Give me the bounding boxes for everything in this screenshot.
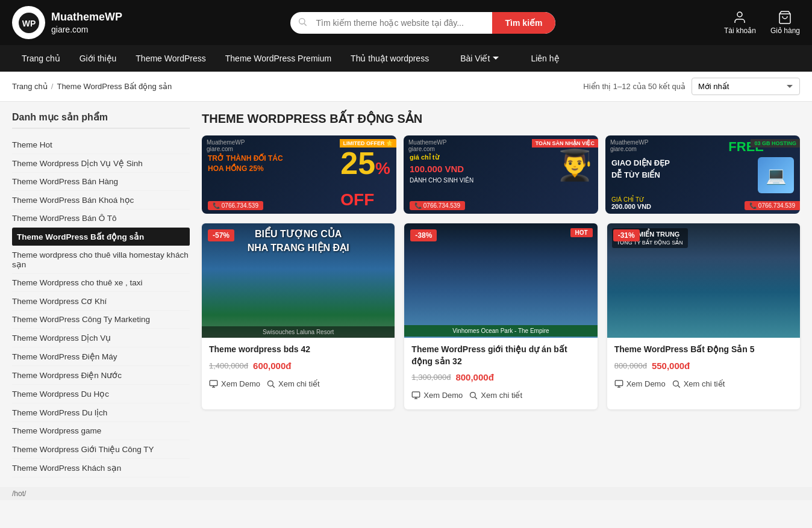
main-nav: Trang chủ Giới thiệu Theme WordPress The… <box>0 45 812 72</box>
svg-point-4 <box>737 12 742 17</box>
svg-line-3 <box>304 23 307 26</box>
detail-button-3[interactable]: Xem chi tiết <box>672 377 725 391</box>
sidebar-link-ban-khoa-hoc[interactable]: Theme WordPress Bán Khoá học <box>12 191 190 210</box>
breadcrumb-home[interactable]: Trang chủ <box>12 82 48 91</box>
page-title: THEME WORDPRESS BẤT ĐỘNG SẢN <box>202 111 800 126</box>
promo-phone-1: 📞 0766.734.539 <box>208 201 263 210</box>
sidebar-link-du-hoc[interactable]: Theme Wordpress Du Học <box>12 385 190 403</box>
promo-banner-2[interactable]: MuathemeWPgiare.com TOÀN SÀN NHẬN VIỆC g… <box>404 135 598 214</box>
logo-icon[interactable]: WP <box>12 6 45 39</box>
promo-banner-3[interactable]: MuathemeWPgiare.com FREE 03 GB HOSTING G… <box>605 135 800 214</box>
svg-point-10 <box>470 393 476 398</box>
sidebar-link-taxi[interactable]: Theme Wordpress cho thuê xe , taxi <box>12 274 190 292</box>
sidebar-link-du-lich[interactable]: Theme WordPress Du lịch <box>12 403 190 422</box>
nav-home[interactable]: Trang chủ <box>12 45 70 72</box>
promo-badge-2: TOÀN SÀN NHẬN VIỆC <box>532 139 598 148</box>
sort-select[interactable]: Mới nhất Giá thấp đến cao Giá cao đến th… <box>692 78 800 95</box>
demo-button-2[interactable]: Xem Demo <box>411 388 463 402</box>
promo-text-1: TRỞ THÀNH ĐỐI TÁCHOA HỒNG 25% <box>208 154 283 174</box>
account-label: Tài khoản <box>724 26 756 35</box>
sidebar-link-gioi-thieu[interactable]: Theme Wordpress Giới Thiệu Công TY <box>12 440 190 459</box>
nav-bai-viet[interactable]: Bài Viết <box>439 45 521 72</box>
nav-about[interactable]: Giới thiệu <box>70 45 126 72</box>
svg-line-8 <box>272 385 274 387</box>
sidebar-item-theme-hot: Theme Hot <box>12 136 190 154</box>
result-count: Hiển thị 1–12 của 50 kết quả <box>583 82 686 91</box>
sidebar-title: Danh mục sản phẩm <box>12 111 190 129</box>
discount-badge-3: -31% <box>613 229 640 241</box>
sidebar-link-co-khi[interactable]: Theme Wordpress Cơ Khí <box>12 292 190 311</box>
promo-banner-1[interactable]: MuathemeWPgiare.com LIMITED OFFER 🌟 TRỞ … <box>202 135 396 214</box>
sidebar-link-ban-hang[interactable]: Theme WordPress Bán Hàng <box>12 173 190 191</box>
product-image-2: Vinhomes Ocean Park - The Empire -38% HO… <box>404 223 597 338</box>
svg-rect-9 <box>413 392 420 397</box>
promo-banners: MuathemeWPgiare.com LIMITED OFFER 🌟 TRỞ … <box>202 135 800 214</box>
sidebar-link-khach-san[interactable]: Theme WordPress Khách sạn <box>12 459 190 477</box>
sidebar-list: Theme Hot Theme Wordpress Dịch Vụ Vệ Sin… <box>12 136 190 477</box>
promo-phone-2: 📞 0766.734.539 <box>410 201 465 210</box>
sidebar-item-ban-hang: Theme WordPress Bán Hàng <box>12 173 190 191</box>
search-input[interactable] <box>307 12 492 34</box>
sidebar-item-ban-khoa-hoc: Theme WordPress Bán Khoá học <box>12 191 190 210</box>
discount-badge-1: -57% <box>208 229 234 241</box>
price-new-1: 600,000đ <box>253 361 291 371</box>
product-card-1: BIỂU TƯỢNG CỦA NHA TRANG HIỆN ĐẠI Swisou… <box>202 223 395 409</box>
price-old-1: 1,400,000đ <box>209 361 248 370</box>
product-image-1: BIỂU TƯỢNG CỦA NHA TRANG HIỆN ĐẠI Swisou… <box>202 223 395 338</box>
product-name-3: Theme WordPress Bất Động Sản 5 <box>614 344 793 356</box>
promo-text-3: GIAO DIỆN ĐẸP DỄ TÙY BIẾN <box>611 157 670 181</box>
promo-price-from: GIÁ CHỈ TỪ <box>611 196 645 203</box>
promo-icon-2: 👨‍🎓 <box>556 148 593 182</box>
product-info-1: Theme wordpress bds 42 1,400,000đ 600,00… <box>202 338 395 398</box>
sidebar-item-dich-vu: Theme Wordpress Dịch Vụ <box>12 329 190 347</box>
sidebar-link-ve-sinh[interactable]: Theme Wordpress Dịch Vụ Vệ Sinh <box>12 154 190 173</box>
sidebar-link-marketing[interactable]: Theme WordPress Công Ty Marketing <box>12 311 190 329</box>
nav-thu-thuat[interactable]: Thủ thuật wordpress <box>341 45 439 72</box>
promo-site-1: MuathemeWPgiare.com <box>207 139 245 152</box>
sidebar-link-ban-o-to[interactable]: Theme WordPress Bán Ô Tô <box>12 210 190 228</box>
promo-gb: 03 GB HOSTING <box>751 139 800 148</box>
nav-bai-viet-toggle[interactable]: Bài Viết <box>451 45 509 72</box>
product-grid: BIỂU TƯỢNG CỦA NHA TRANG HIỆN ĐẠI Swisou… <box>202 223 800 409</box>
sidebar-item-game: Theme Wordpress game <box>12 422 190 440</box>
cart-button[interactable]: Giỏ hàng <box>770 10 800 35</box>
nav-lien-he[interactable]: Liên hệ <box>521 45 569 72</box>
sidebar-item-ban-o-to: Theme WordPress Bán Ô Tô <box>12 210 190 228</box>
product-price-3: 800,000đ 550,000đ <box>614 361 793 371</box>
svg-point-13 <box>673 380 678 386</box>
demo-button-1[interactable]: Xem Demo <box>209 377 260 391</box>
content-area: THEME WORDPRESS BẤT ĐỘNG SẢN MuathemeWPg… <box>202 111 800 477</box>
sidebar-item-taxi: Theme Wordpress cho thuê xe , taxi <box>12 274 190 292</box>
breadcrumb: Trang chủ / Theme WordPress Bất động sản <box>12 82 172 91</box>
search-icon <box>290 17 307 28</box>
cart-label: Giỏ hàng <box>770 26 800 35</box>
detail-button-2[interactable]: Xem chi tiết <box>469 388 522 402</box>
sidebar-link-dich-vu[interactable]: Theme Wordpress Dịch Vụ <box>12 329 190 347</box>
footer-bar: /hot/ <box>0 487 812 500</box>
sidebar-link-game[interactable]: Theme Wordpress game <box>12 422 190 440</box>
detail-button-1[interactable]: Xem chi tiết <box>266 377 320 391</box>
nav-theme-wp[interactable]: Theme WordPress <box>126 45 215 72</box>
sidebar-link-villa[interactable]: Theme wordpress cho thuê villa homestay … <box>12 246 190 274</box>
product-actions-1: Xem Demo Xem chi tiết <box>209 377 387 391</box>
sidebar-link-dien-may[interactable]: Theme WordPress Điện Máy <box>12 347 190 366</box>
product-actions-2: Xem Demo Xem chi tiết <box>411 388 590 402</box>
nav-theme-premium[interactable]: Theme WordPress Premium <box>216 45 341 72</box>
logo-title: MuathemeWP <box>51 10 122 24</box>
sidebar-item-gioi-thieu: Theme Wordpress Giới Thiệu Công TY <box>12 440 190 459</box>
hot-badge-2: HOT <box>570 228 593 237</box>
sidebar-item-ve-sinh: Theme Wordpress Dịch Vụ Vệ Sinh <box>12 154 190 173</box>
logo-subtitle: giare.com <box>51 24 122 35</box>
svg-line-14 <box>678 385 679 387</box>
sidebar-item-dien-may: Theme WordPress Điện Máy <box>12 347 190 366</box>
sidebar-link-bat-dong-san[interactable]: Theme WordPress Bất động sản <box>12 228 190 246</box>
sidebar-link-dien-nuoc[interactable]: Theme Wordpress Điện Nước <box>12 366 190 385</box>
price-new-3: 550,000đ <box>652 361 690 371</box>
promo-price-3: 200.000 VND <box>611 203 651 210</box>
demo-button-3[interactable]: Xem Demo <box>614 377 666 391</box>
svg-rect-6 <box>210 380 217 385</box>
product-info-3: Theme WordPress Bất Động Sản 5 800,000đ … <box>607 338 800 398</box>
sidebar-link-theme-hot[interactable]: Theme Hot <box>12 136 190 154</box>
search-button[interactable]: Tìm kiếm <box>492 12 556 34</box>
account-button[interactable]: Tài khoản <box>724 10 756 35</box>
